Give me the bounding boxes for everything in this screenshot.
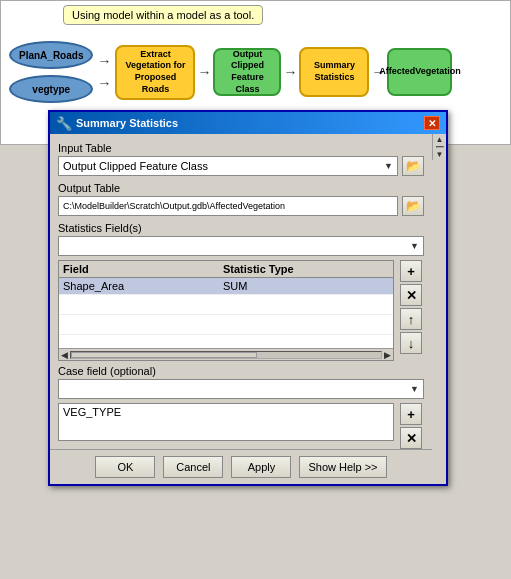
scroll-right-arrow[interactable]: ▶ [384, 350, 391, 360]
dialog-close-button[interactable]: ✕ [424, 116, 440, 130]
summary-statistics-dialog: 🔧 Summary Statistics ✕ Input Table Outpu… [48, 110, 448, 486]
table-cell-stat: SUM [219, 278, 393, 294]
node-output-clipped: Output Clipped Feature Class [213, 48, 281, 96]
arrow-4: → [283, 64, 297, 80]
remove-veg-button[interactable]: ✕ [400, 427, 422, 449]
scrollbar-track[interactable] [70, 351, 382, 359]
case-field-section: Case field (optional) ▼ VEG_TYPE [58, 365, 424, 441]
node-affected-veg: AffectedVegetation [387, 48, 452, 96]
arrows-in: → → [95, 53, 113, 91]
stats-fields-section: Statistics Field(s) ▼ Field Statistic Ty… [58, 222, 424, 361]
stats-table-wrapper: Field Statistic Type Shape_Area SUM [58, 260, 394, 361]
output-table-row: C:\ModelBuilder\Scratch\Output.gdb\Affec… [58, 196, 424, 216]
move-down-stats-button[interactable]: ↓ [400, 332, 422, 354]
stats-dropdown-arrow: ▼ [410, 241, 419, 251]
stats-fields-dropdown[interactable]: ▼ [58, 236, 424, 256]
veg-table-wrapper: VEG_TYPE + ✕ [58, 403, 394, 441]
dialog-title: 🔧 Summary Statistics [56, 116, 178, 131]
veg-table: VEG_TYPE [58, 403, 394, 441]
move-up-stats-button[interactable]: ↑ [400, 308, 422, 330]
output-table-folder-button[interactable]: 📂 [402, 196, 424, 216]
input-table-row: Output Clipped Feature Class ▼ 📂 [58, 156, 424, 176]
node-summary: Summary Statistics [299, 47, 369, 97]
dialog-vertical-scrollbar[interactable]: ▲ ▼ [432, 134, 446, 160]
scroll-left-arrow[interactable]: ◀ [61, 350, 68, 360]
input-nodes: PlanA_Roads vegtype [9, 41, 93, 103]
stats-table: Field Statistic Type Shape_Area SUM [58, 260, 394, 361]
case-dropdown-row: ▼ [58, 379, 424, 399]
dialog-scrollbar-track[interactable] [436, 146, 444, 148]
input-table-folder-button[interactable]: 📂 [402, 156, 424, 176]
select-arrow-icon: ▼ [384, 161, 393, 171]
table-row-empty-2 [59, 315, 393, 335]
dialog-footer: OK Cancel Apply Show Help >> [50, 449, 432, 484]
veg-table-row-empty [59, 420, 393, 440]
dialog-title-icon: 🔧 [56, 116, 72, 131]
stats-table-header: Field Statistic Type [59, 261, 393, 278]
add-veg-button[interactable]: + [400, 403, 422, 425]
remove-stats-button[interactable]: ✕ [400, 284, 422, 306]
case-dropdown-arrow: ▼ [410, 384, 419, 394]
flow-diagram: PlanA_Roads vegtype → → Extract Vegetati… [9, 41, 452, 103]
tooltip-text: Using model within a model as a tool. [72, 9, 254, 21]
scroll-down-arrow[interactable]: ▼ [435, 149, 445, 160]
table-cell-field: Shape_Area [59, 278, 219, 294]
scrollbar-thumb[interactable] [71, 352, 257, 358]
input-table-label: Input Table [58, 142, 424, 154]
input-table-select[interactable]: Output Clipped Feature Class ▼ [58, 156, 398, 176]
case-field-dropdown[interactable]: ▼ [58, 379, 424, 399]
node-extract: Extract Vegetation for Proposed Roads [115, 45, 195, 100]
table-row[interactable]: Shape_Area SUM [59, 278, 393, 295]
scroll-up-arrow[interactable]: ▲ [435, 134, 445, 145]
output-table-input[interactable]: C:\ModelBuilder\Scratch\Output.gdb\Affec… [58, 196, 398, 216]
apply-button[interactable]: Apply [231, 456, 291, 478]
stats-fields-label: Statistics Field(s) [58, 222, 424, 234]
arrow-3: → [197, 64, 211, 80]
show-help-button[interactable]: Show Help >> [299, 456, 386, 478]
ok-button[interactable]: OK [95, 456, 155, 478]
veg-type-value: VEG_TYPE [63, 406, 121, 418]
arrow-1: → [97, 53, 111, 69]
arrow-2: → [97, 75, 111, 91]
node-vegtype: vegtype [9, 75, 93, 103]
stats-dropdown-row: ▼ [58, 236, 424, 256]
veg-table-row[interactable]: VEG_TYPE [59, 404, 393, 420]
node-planA: PlanA_Roads [9, 41, 93, 69]
dialog-titlebar: 🔧 Summary Statistics ✕ [50, 112, 446, 134]
output-table-label: Output Table [58, 182, 424, 194]
col-stat-header: Statistic Type [219, 261, 393, 277]
veg-table-side-buttons: + ✕ [400, 403, 422, 449]
dialog-body: Input Table Output Clipped Feature Class… [50, 134, 432, 449]
dialog-title-text: Summary Statistics [76, 117, 178, 129]
cancel-button[interactable]: Cancel [163, 456, 223, 478]
table-row-empty-1 [59, 295, 393, 315]
col-field-header: Field [59, 261, 219, 277]
stats-table-side-buttons: + ✕ ↑ ↓ [400, 260, 422, 354]
horizontal-scrollbar[interactable]: ◀ ▶ [59, 348, 393, 360]
case-field-label: Case field (optional) [58, 365, 424, 377]
tooltip-bubble: Using model within a model as a tool. [63, 5, 263, 25]
stats-table-body: Shape_Area SUM [59, 278, 393, 348]
add-stats-button[interactable]: + [400, 260, 422, 282]
